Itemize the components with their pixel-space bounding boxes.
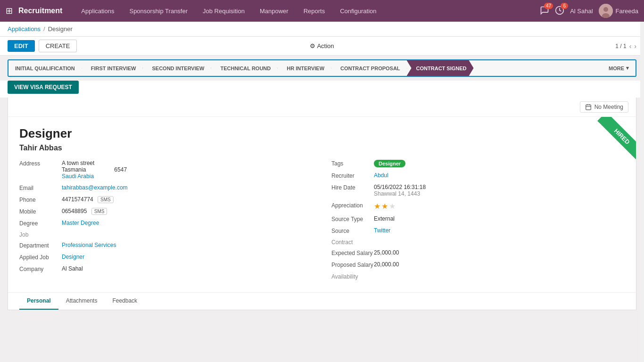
mobile-value: 06548895 SMS xyxy=(62,208,107,215)
view-visa-button[interactable]: VIEW VISA REQUEST xyxy=(8,81,79,94)
mobile-label: Mobile xyxy=(19,208,62,215)
tab-feedback[interactable]: Feedback xyxy=(105,293,145,310)
top-nav: ⊞ Recruitment Applications Sponsorship T… xyxy=(0,0,644,22)
grid-icon[interactable]: ⊞ xyxy=(6,6,13,16)
no-meeting-button[interactable]: No Meeting xyxy=(580,101,628,113)
recruiter-label: Recruiter xyxy=(331,172,374,179)
degree-label: Degree xyxy=(19,220,62,227)
stage-contract-signed[interactable]: CONTRACT SIGNED xyxy=(407,60,474,76)
pager-prev[interactable]: ‹ xyxy=(629,42,632,50)
brand-label: Recruitment xyxy=(18,7,62,15)
hired-ribbon-container: HIRED xyxy=(575,117,636,160)
expected-salary-value: 25,000.00 xyxy=(374,249,399,256)
col-left: Address A town street Tasmania 6547 Saud… xyxy=(19,160,331,285)
company-label: Company xyxy=(19,265,62,272)
stage-initial-qualification[interactable]: INITIAL QUALIFICATION xyxy=(8,60,82,76)
bottom-tabs: Personal Attachments Feedback xyxy=(8,292,636,310)
nav-job-req[interactable]: Job Requisition xyxy=(195,0,252,22)
email-field: Email tahirabbas@example.com xyxy=(19,184,313,191)
phone-sms-button[interactable]: SMS xyxy=(98,196,114,203)
applied-job-field: Applied Job Designer xyxy=(19,254,313,261)
stage-first-interview[interactable]: FIRST INTERVIEW xyxy=(82,60,143,76)
action-bar: EDIT CREATE ⚙ Action 1 / 1 ‹ › xyxy=(0,37,644,56)
star-2[interactable]: ★ xyxy=(381,202,388,211)
job-section-label: Job xyxy=(19,231,313,238)
degree-value[interactable]: Master Degree xyxy=(62,220,99,227)
record-header: HIRED Designer Tahir Abbas xyxy=(8,117,636,160)
nav-manpower[interactable]: Manpower xyxy=(252,0,296,22)
stage-second-interview[interactable]: SECOND INTERVIEW xyxy=(142,60,211,76)
stage-bar: INITIAL QUALIFICATION FIRST INTERVIEW SE… xyxy=(8,60,636,76)
pager-next[interactable]: › xyxy=(634,42,636,50)
source-type-label: Source Type xyxy=(331,215,374,222)
nav-right: 47 6 Al Sahal Fareeda xyxy=(540,4,638,18)
view-visa-bar: VIEW VISA REQUEST xyxy=(0,81,644,98)
phone-label: Phone xyxy=(19,196,62,203)
pager-text: 1 / 1 xyxy=(615,43,626,49)
record-title: Designer xyxy=(19,126,625,141)
contract-section-label: Contract xyxy=(331,239,625,246)
stage-more[interactable]: MORE ▾ xyxy=(602,60,636,76)
no-meeting-label: No Meeting xyxy=(594,104,623,110)
availability-label: Availability xyxy=(331,273,374,280)
expected-salary-label: Expected Salary xyxy=(331,249,374,256)
source-value[interactable]: Twitter xyxy=(374,227,390,234)
user-name: Fareeda xyxy=(599,4,638,18)
hired-ribbon: HIRED xyxy=(597,117,636,160)
hire-date-hijri: Shawwal 14, 1443 xyxy=(374,190,420,197)
nav-links: Applications Sponsorship Transfer Job Re… xyxy=(74,0,540,22)
messages-badge: 47 xyxy=(544,3,553,9)
messages-icon[interactable]: 47 xyxy=(540,6,549,16)
star-1[interactable]: ★ xyxy=(374,202,380,211)
stage-contract-proposal[interactable]: CONTRACT PROPOSAL xyxy=(331,60,407,76)
tags-value: Designer xyxy=(374,160,405,167)
address-country[interactable]: Saudi Arabia xyxy=(62,173,127,180)
proposed-salary-label: Proposed Salary xyxy=(331,261,374,268)
nav-applications[interactable]: Applications xyxy=(74,0,122,22)
star-3[interactable]: ★ xyxy=(389,202,396,211)
proposed-salary-field: Proposed Salary 20,000.00 xyxy=(331,261,625,268)
stage-bar-wrapper: INITIAL QUALIFICATION FIRST INTERVIEW SE… xyxy=(8,59,636,77)
phone-field: Phone 4471574774 SMS xyxy=(19,196,313,203)
breadcrumb: Applications / Designer xyxy=(0,22,644,37)
breadcrumb-parent[interactable]: Applications xyxy=(8,25,41,33)
address-line1: A town street xyxy=(62,160,127,166)
nav-sponsorship[interactable]: Sponsorship Transfer xyxy=(122,0,195,22)
proposed-salary-value: 20,000.00 xyxy=(374,261,399,268)
svg-point-2 xyxy=(603,7,608,12)
stage-hr-interview[interactable]: HR INTERVIEW xyxy=(277,60,331,76)
department-value[interactable]: Professional Services xyxy=(62,242,116,249)
scrollbar-track[interactable] xyxy=(640,22,644,318)
source-type-field: Source Type External xyxy=(331,215,625,222)
source-type-value: External xyxy=(374,215,395,222)
action-button[interactable]: ⚙ Action xyxy=(310,42,334,49)
tab-personal[interactable]: Personal xyxy=(19,293,58,310)
hire-date-value: 05/16/2022 16:31:18 Shawwal 14, 1443 xyxy=(374,184,426,197)
source-label: Source xyxy=(331,227,374,234)
tags-label: Tags xyxy=(331,160,374,167)
svg-rect-4 xyxy=(586,105,591,110)
breadcrumb-current: Designer xyxy=(48,25,73,33)
mobile-sms-button[interactable]: SMS xyxy=(91,208,107,215)
tab-attachments[interactable]: Attachments xyxy=(58,293,105,310)
two-col: Address A town street Tasmania 6547 Saud… xyxy=(8,160,636,292)
appreciation-stars: ★ ★ ★ xyxy=(374,202,396,211)
mobile-field: Mobile 06548895 SMS xyxy=(19,208,313,215)
source-field: Source Twitter xyxy=(331,227,625,234)
applied-job-value[interactable]: Designer xyxy=(62,254,84,261)
recruiter-value[interactable]: Abdul xyxy=(374,172,388,179)
expected-salary-field: Expected Salary 25,000.00 xyxy=(331,249,625,256)
stage-technical-round[interactable]: TECHNICAL ROUND xyxy=(211,60,278,76)
availability-field: Availability xyxy=(331,273,625,280)
address-value: A town street Tasmania 6547 Saudi Arabia xyxy=(62,160,127,180)
company-field: Company Al Sahal xyxy=(19,265,313,272)
create-button[interactable]: CREATE xyxy=(39,40,77,52)
nav-reports[interactable]: Reports xyxy=(296,0,333,22)
degree-field: Degree Master Degree xyxy=(19,220,313,227)
email-value[interactable]: tahirabbas@example.com xyxy=(62,184,128,191)
company-name: Al Sahal xyxy=(570,8,593,15)
activity-icon[interactable]: 6 xyxy=(555,6,564,16)
nav-configuration[interactable]: Configuration xyxy=(332,0,384,22)
department-label: Department xyxy=(19,242,62,249)
edit-button[interactable]: EDIT xyxy=(8,40,35,52)
